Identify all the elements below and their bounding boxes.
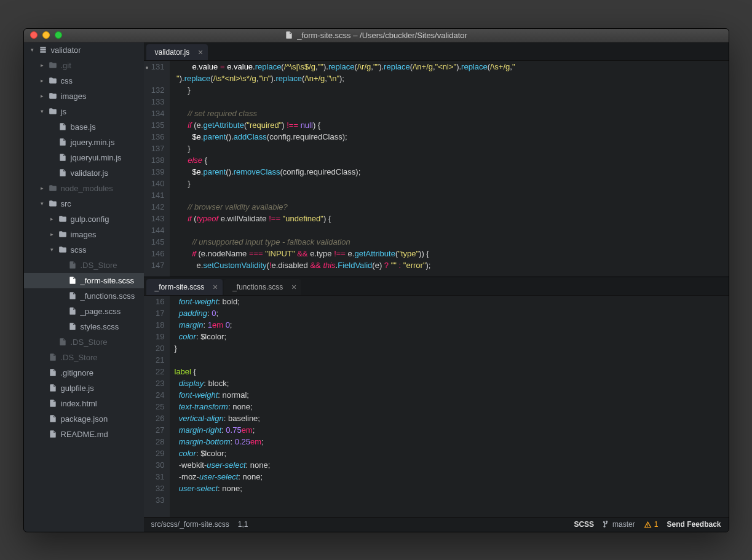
file-icon (58, 337, 67, 346)
chevron-down-icon: ▾ (40, 108, 45, 114)
tab-label: validator.js (155, 48, 190, 57)
folder-icon (58, 230, 67, 239)
tree-item-label: scss (71, 245, 87, 254)
file-icon (49, 414, 57, 423)
tree-folder[interactable]: ▸gulp.config (24, 211, 144, 227)
tree-folder[interactable]: ▾src (24, 196, 144, 211)
tree-file[interactable]: README.md (24, 427, 144, 442)
editor-tab[interactable]: validator.js× (146, 44, 208, 60)
tree-file[interactable]: .DS_Store (24, 258, 144, 273)
tree-folder[interactable]: ▸images (24, 227, 144, 242)
tree-folder[interactable]: ▸.git (24, 58, 144, 73)
project-icon (39, 45, 47, 54)
editor-tab[interactable]: _form-site.scss× (146, 279, 223, 295)
file-icon (68, 291, 77, 300)
tree-file[interactable]: jquery.min.js (24, 135, 144, 150)
close-icon[interactable]: × (291, 282, 296, 292)
code-content[interactable]: font-weight: bold; padding: 0; margin: 1… (170, 296, 729, 517)
tree-item-label: gulp.config (71, 215, 109, 224)
chevron-right-icon: ▸ (50, 231, 55, 237)
tree-folder[interactable]: ▾scss (24, 242, 144, 258)
code-editor-top[interactable]: 1311321331341351361371381391401411421431… (144, 61, 729, 277)
tree-file[interactable]: _page.scss (24, 304, 144, 319)
line-number-gutter: 1311321331341351361371381391401411421431… (144, 61, 170, 277)
file-icon (58, 122, 67, 131)
chevron-right-icon: ▸ (40, 93, 45, 99)
code-editor-bottom[interactable]: 161718192021222324252627282930313233 fon… (144, 296, 729, 517)
tree-file[interactable]: jqueryui.min.js (24, 150, 144, 165)
file-icon (68, 261, 77, 269)
folder-icon (49, 92, 57, 100)
tree-item-label: src (61, 199, 71, 208)
folder-icon (49, 184, 57, 192)
git-branch-icon (603, 521, 610, 528)
chevron-right-icon: ▸ (50, 216, 55, 222)
tree-file[interactable]: package.json (24, 411, 144, 427)
chevron-right-icon: ▸ (40, 77, 45, 84)
titlebar[interactable]: _form-site.scss – /Users/cbuckler/Sites/… (24, 29, 729, 42)
tree-file[interactable]: .DS_Store (24, 350, 144, 365)
tree-item-label: .DS_Store (81, 261, 117, 270)
status-filepath: src/scss/_form-site.scss (151, 520, 229, 529)
status-language[interactable]: SCSS (574, 520, 594, 529)
tree-item-label: index.html (61, 399, 97, 408)
tree-item-label: styles.scss (81, 322, 119, 331)
status-warnings[interactable]: 1 (644, 520, 659, 529)
tree-file[interactable]: .DS_Store (24, 334, 144, 350)
tree-file[interactable]: index.html (24, 396, 144, 411)
file-icon (49, 368, 57, 377)
tree-file[interactable]: _functions.scss (24, 288, 144, 304)
tree-item-label: .DS_Store (71, 337, 108, 347)
tree-item-label: jqueryui.min.js (71, 153, 122, 162)
code-content[interactable]: e.value = e.value.replace(/^\s|\s$/g,"")… (170, 61, 729, 277)
file-icon (58, 138, 67, 146)
tree-item-label: js (61, 107, 66, 116)
tree-file[interactable]: _form-site.scss (24, 273, 144, 288)
editor-tab[interactable]: _functions.scss× (224, 279, 301, 295)
folder-icon (49, 107, 57, 116)
tree-folder[interactable]: ▸node_modules (24, 181, 144, 196)
editor-pane-bottom: _form-site.scss×_functions.scss× 1617181… (144, 277, 729, 517)
tree-item-label: validator.js (71, 168, 108, 178)
tree-item-label: base.js (71, 122, 96, 132)
status-bar[interactable]: src/scss/_form-site.scss 1,1 SCSS master… (144, 517, 729, 532)
tree-folder[interactable]: ▸images (24, 89, 144, 104)
tab-bar-top[interactable]: validator.js× (144, 42, 729, 61)
editor-pane-top: validator.js× 13113213313413513613713813… (144, 42, 729, 277)
window-controls (30, 31, 62, 39)
tab-bar-bottom[interactable]: _form-site.scss×_functions.scss× (144, 277, 729, 296)
tree-file[interactable]: validator.js (24, 165, 144, 181)
close-icon[interactable]: × (213, 282, 218, 292)
tree-project[interactable]: ▾validator (24, 42, 144, 58)
minimize-window-button[interactable] (42, 31, 50, 39)
tree-item-label: gulpfile.js (61, 384, 94, 393)
tree-file[interactable]: styles.scss (24, 319, 144, 334)
file-icon (49, 399, 57, 408)
file-tree-sidebar[interactable]: ▾validator▸.git▸css▸images▾jsbase.jsjque… (24, 42, 144, 532)
tree-file[interactable]: .gitignore (24, 365, 144, 381)
tree-item-label: _functions.scss (81, 291, 135, 301)
close-window-button[interactable] (30, 31, 38, 39)
zoom-window-button[interactable] (55, 31, 62, 39)
tree-item-label: .gitignore (61, 368, 93, 377)
tree-file[interactable]: base.js (24, 119, 144, 135)
folder-icon (49, 199, 57, 208)
send-feedback-link[interactable]: Send Feedback (667, 520, 721, 529)
file-icon (58, 168, 67, 177)
tree-file[interactable]: gulpfile.js (24, 381, 144, 396)
status-git-branch[interactable]: master (603, 520, 635, 529)
status-cursor-position[interactable]: 1,1 (238, 520, 248, 529)
folder-icon (58, 215, 67, 223)
close-icon[interactable]: × (198, 47, 203, 57)
file-icon (58, 153, 67, 162)
file-icon (49, 353, 57, 361)
tree-folder[interactable]: ▾js (24, 104, 144, 119)
tree-item-label: jquery.min.js (71, 138, 115, 147)
file-icon (49, 384, 57, 392)
file-icon (68, 307, 77, 315)
tree-folder[interactable]: ▸css (24, 73, 144, 89)
file-icon (49, 430, 57, 438)
file-icon (285, 31, 293, 39)
chevron-down-icon: ▾ (40, 200, 45, 207)
editor-group: validator.js× 13113213313413513613713813… (144, 42, 729, 532)
